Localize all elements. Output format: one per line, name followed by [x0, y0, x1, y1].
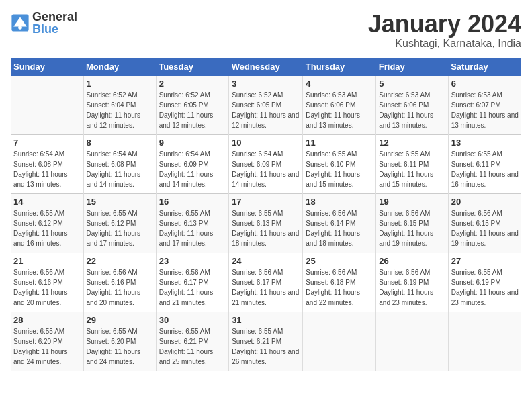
calendar-cell: 30Sunrise: 6:55 AMSunset: 6:21 PMDayligh…	[156, 312, 228, 371]
day-number: 29	[87, 315, 153, 325]
header-day-tuesday: Tuesday	[156, 58, 228, 76]
logo-icon	[11, 13, 30, 32]
calendar-cell: 4Sunrise: 6:53 AMSunset: 6:06 PMDaylight…	[303, 76, 376, 135]
day-number: 28	[13, 315, 81, 325]
calendar-cell	[11, 76, 83, 135]
day-number: 16	[159, 197, 226, 207]
calendar-cell: 31Sunrise: 6:55 AMSunset: 6:21 PMDayligh…	[229, 312, 303, 371]
day-info: Sunrise: 6:53 AMSunset: 6:07 PMDaylight:…	[451, 90, 519, 130]
calendar-cell: 23Sunrise: 6:56 AMSunset: 6:17 PMDayligh…	[156, 253, 228, 312]
day-number: 1	[87, 79, 153, 89]
day-number: 17	[232, 197, 300, 207]
location-title: Kushtagi, Karnataka, India	[368, 38, 521, 50]
day-number: 26	[379, 256, 445, 266]
day-number: 24	[232, 256, 300, 266]
day-number: 5	[379, 79, 445, 89]
day-info: Sunrise: 6:54 AMSunset: 6:09 PMDaylight:…	[159, 149, 226, 189]
day-number: 9	[159, 138, 226, 148]
calendar-cell	[303, 312, 376, 371]
day-info: Sunrise: 6:55 AMSunset: 6:13 PMDaylight:…	[232, 208, 300, 248]
day-info: Sunrise: 6:54 AMSunset: 6:09 PMDaylight:…	[232, 149, 300, 189]
calendar-cell: 24Sunrise: 6:56 AMSunset: 6:17 PMDayligh…	[229, 253, 303, 312]
day-number: 13	[451, 138, 519, 148]
logo-general-text: General	[32, 10, 77, 24]
day-number: 8	[87, 138, 153, 148]
day-info: Sunrise: 6:55 AMSunset: 6:10 PMDaylight:…	[306, 149, 373, 189]
calendar-cell	[376, 312, 448, 371]
header: General Blue January 2024 Kushtagi, Karn…	[11, 11, 521, 50]
calendar-cell: 16Sunrise: 6:55 AMSunset: 6:13 PMDayligh…	[156, 193, 228, 253]
day-info: Sunrise: 6:54 AMSunset: 6:08 PMDaylight:…	[87, 149, 153, 189]
day-info: Sunrise: 6:56 AMSunset: 6:14 PMDaylight:…	[306, 208, 373, 248]
day-number: 25	[306, 256, 373, 266]
day-number: 4	[306, 79, 373, 89]
calendar-week-row: 21Sunrise: 6:56 AMSunset: 6:16 PMDayligh…	[11, 253, 521, 312]
day-number: 2	[159, 79, 226, 89]
calendar-week-row: 28Sunrise: 6:55 AMSunset: 6:20 PMDayligh…	[11, 312, 521, 371]
day-number: 20	[451, 197, 519, 207]
day-number: 21	[13, 256, 81, 266]
calendar-cell: 18Sunrise: 6:56 AMSunset: 6:14 PMDayligh…	[303, 193, 376, 253]
calendar-cell: 12Sunrise: 6:55 AMSunset: 6:11 PMDayligh…	[376, 134, 448, 193]
calendar-cell: 29Sunrise: 6:55 AMSunset: 6:20 PMDayligh…	[83, 312, 156, 371]
day-info: Sunrise: 6:52 AMSunset: 6:04 PMDaylight:…	[87, 90, 153, 130]
calendar-cell: 11Sunrise: 6:55 AMSunset: 6:10 PMDayligh…	[303, 134, 376, 193]
calendar-cell: 19Sunrise: 6:56 AMSunset: 6:15 PMDayligh…	[376, 193, 448, 253]
day-info: Sunrise: 6:53 AMSunset: 6:06 PMDaylight:…	[306, 90, 373, 130]
day-number: 27	[451, 256, 519, 266]
day-number: 14	[13, 197, 81, 207]
calendar-cell: 9Sunrise: 6:54 AMSunset: 6:09 PMDaylight…	[156, 134, 228, 193]
calendar-cell: 27Sunrise: 6:55 AMSunset: 6:19 PMDayligh…	[448, 253, 521, 312]
calendar-cell: 2Sunrise: 6:52 AMSunset: 6:05 PMDaylight…	[156, 76, 228, 135]
day-number: 10	[232, 138, 300, 148]
day-number: 30	[159, 315, 226, 325]
day-info: Sunrise: 6:56 AMSunset: 6:16 PMDaylight:…	[13, 267, 81, 308]
calendar-cell: 26Sunrise: 6:56 AMSunset: 6:19 PMDayligh…	[376, 253, 448, 312]
calendar-week-row: 1Sunrise: 6:52 AMSunset: 6:04 PMDaylight…	[11, 76, 521, 135]
day-info: Sunrise: 6:55 AMSunset: 6:12 PMDaylight:…	[87, 208, 153, 248]
day-number: 31	[232, 315, 300, 325]
day-info: Sunrise: 6:56 AMSunset: 6:17 PMDaylight:…	[232, 267, 300, 308]
day-info: Sunrise: 6:52 AMSunset: 6:05 PMDaylight:…	[159, 90, 226, 130]
calendar-cell: 7Sunrise: 6:54 AMSunset: 6:08 PMDaylight…	[11, 134, 83, 193]
calendar-header-row: SundayMondayTuesdayWednesdayThursdayFrid…	[11, 58, 521, 76]
calendar-cell: 20Sunrise: 6:56 AMSunset: 6:15 PMDayligh…	[448, 193, 521, 253]
day-info: Sunrise: 6:55 AMSunset: 6:20 PMDaylight:…	[13, 326, 81, 367]
calendar-table: SundayMondayTuesdayWednesdayThursdayFrid…	[11, 58, 521, 371]
calendar-cell: 17Sunrise: 6:55 AMSunset: 6:13 PMDayligh…	[229, 193, 303, 253]
day-number: 3	[232, 79, 300, 89]
svg-point-2	[18, 26, 22, 30]
day-info: Sunrise: 6:56 AMSunset: 6:15 PMDaylight:…	[379, 208, 445, 248]
header-day-saturday: Saturday	[448, 58, 521, 76]
logo-blue-text: Blue	[32, 22, 58, 36]
calendar-cell: 14Sunrise: 6:55 AMSunset: 6:12 PMDayligh…	[11, 193, 83, 253]
day-info: Sunrise: 6:56 AMSunset: 6:16 PMDaylight:…	[87, 267, 153, 308]
day-number: 23	[159, 256, 226, 266]
day-info: Sunrise: 6:53 AMSunset: 6:06 PMDaylight:…	[379, 90, 445, 130]
day-info: Sunrise: 6:55 AMSunset: 6:11 PMDaylight:…	[379, 149, 445, 189]
header-day-thursday: Thursday	[303, 58, 376, 76]
day-info: Sunrise: 6:55 AMSunset: 6:11 PMDaylight:…	[451, 149, 519, 189]
day-info: Sunrise: 6:56 AMSunset: 6:19 PMDaylight:…	[379, 267, 445, 308]
day-number: 18	[306, 197, 373, 207]
day-info: Sunrise: 6:55 AMSunset: 6:20 PMDaylight:…	[87, 326, 153, 367]
day-number: 15	[87, 197, 153, 207]
calendar-cell: 28Sunrise: 6:55 AMSunset: 6:20 PMDayligh…	[11, 312, 83, 371]
day-info: Sunrise: 6:55 AMSunset: 6:12 PMDaylight:…	[13, 208, 81, 248]
day-info: Sunrise: 6:55 AMSunset: 6:21 PMDaylight:…	[159, 326, 226, 367]
day-number: 22	[87, 256, 153, 266]
calendar-cell: 8Sunrise: 6:54 AMSunset: 6:08 PMDaylight…	[83, 134, 156, 193]
day-info: Sunrise: 6:55 AMSunset: 6:19 PMDaylight:…	[451, 267, 519, 308]
calendar-week-row: 7Sunrise: 6:54 AMSunset: 6:08 PMDaylight…	[11, 134, 521, 193]
day-number: 11	[306, 138, 373, 148]
calendar-cell: 3Sunrise: 6:52 AMSunset: 6:05 PMDaylight…	[229, 76, 303, 135]
day-number: 12	[379, 138, 445, 148]
day-info: Sunrise: 6:56 AMSunset: 6:18 PMDaylight:…	[306, 267, 373, 308]
day-number: 7	[13, 138, 81, 148]
title-area: January 2024 Kushtagi, Karnataka, India	[368, 11, 521, 50]
day-number: 19	[379, 197, 445, 207]
day-info: Sunrise: 6:56 AMSunset: 6:15 PMDaylight:…	[451, 208, 519, 248]
calendar-cell: 22Sunrise: 6:56 AMSunset: 6:16 PMDayligh…	[83, 253, 156, 312]
header-day-friday: Friday	[376, 58, 448, 76]
calendar-cell: 5Sunrise: 6:53 AMSunset: 6:06 PMDaylight…	[376, 76, 448, 135]
